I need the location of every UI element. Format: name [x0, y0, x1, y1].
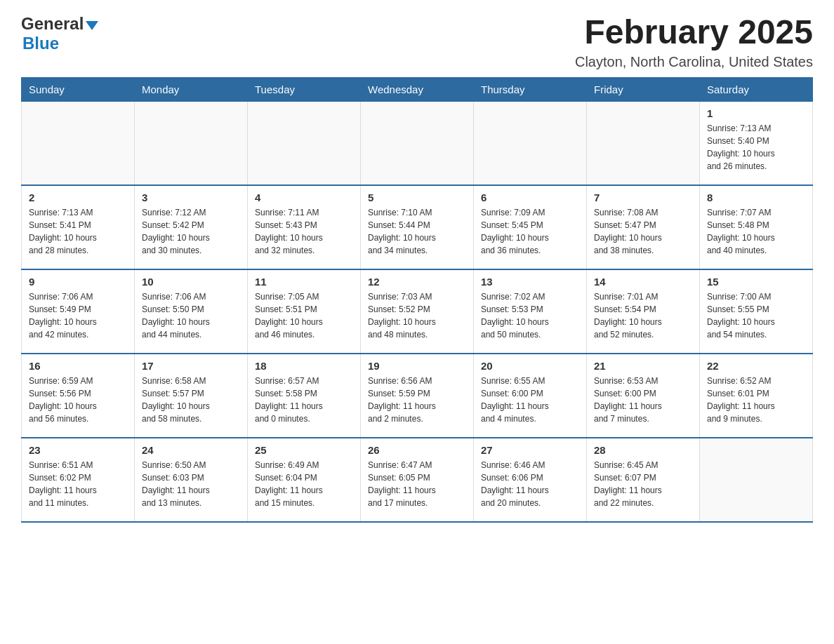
day-info-line: Sunrise: 6:52 AM [707, 376, 771, 386]
day-info-line: Daylight: 10 hours [368, 233, 436, 243]
day-info-line: Daylight: 10 hours [142, 317, 210, 327]
day-info-line: Sunset: 5:43 PM [255, 220, 317, 230]
day-info-line: Daylight: 10 hours [142, 401, 210, 411]
day-info-line: and 42 minutes. [29, 330, 88, 340]
day-info-line: and 48 minutes. [368, 330, 428, 340]
day-info-line: Sunset: 5:40 PM [707, 136, 769, 146]
day-info-line: Daylight: 11 hours [142, 485, 210, 495]
day-info-line: Sunset: 6:00 PM [481, 389, 543, 398]
calendar-cell: 5Sunrise: 7:10 AMSunset: 5:44 PMDaylight… [361, 185, 474, 269]
logo: General Blue [21, 14, 98, 53]
day-number: 22 [707, 360, 805, 372]
calendar-cell [248, 101, 361, 185]
day-info-line: Sunset: 6:07 PM [594, 473, 656, 483]
calendar-cell: 18Sunrise: 6:57 AMSunset: 5:58 PMDayligh… [248, 354, 361, 438]
day-info-line: Sunrise: 6:55 AM [481, 376, 545, 386]
weekday-header-monday: Monday [135, 77, 248, 101]
day-info-line: Daylight: 10 hours [481, 317, 549, 327]
day-info-line: Daylight: 10 hours [29, 233, 97, 243]
day-info-line: Sunset: 5:41 PM [29, 220, 91, 230]
day-info-line: Sunrise: 7:03 AM [368, 292, 432, 302]
day-info-line: Sunrise: 7:07 AM [707, 208, 771, 217]
day-info-line: and 26 minutes. [707, 161, 767, 171]
day-info-line: and 32 minutes. [255, 246, 315, 255]
calendar-cell [474, 101, 587, 185]
day-info-line: Daylight: 10 hours [707, 317, 775, 327]
day-info-line: Daylight: 11 hours [594, 401, 662, 411]
day-info-line: and 50 minutes. [481, 330, 541, 340]
weekday-header-friday: Friday [587, 77, 700, 101]
logo-triangle-icon [86, 21, 98, 30]
day-info-line: Sunset: 5:44 PM [368, 220, 430, 230]
calendar-cell: 9Sunrise: 7:06 AMSunset: 5:49 PMDaylight… [22, 269, 135, 354]
calendar-cell: 1Sunrise: 7:13 AMSunset: 5:40 PMDaylight… [700, 101, 813, 185]
calendar-cell: 19Sunrise: 6:56 AMSunset: 5:59 PMDayligh… [361, 354, 474, 438]
day-number: 23 [29, 444, 127, 456]
day-info-line: Daylight: 10 hours [29, 317, 97, 327]
day-info-line: and 34 minutes. [368, 246, 428, 255]
day-info-line: Sunset: 5:52 PM [368, 304, 430, 314]
day-number: 11 [255, 276, 353, 288]
calendar-week-row: 16Sunrise: 6:59 AMSunset: 5:56 PMDayligh… [22, 354, 813, 438]
day-number: 20 [481, 360, 579, 372]
weekday-header-wednesday: Wednesday [361, 77, 474, 101]
logo-blue-text: Blue [22, 34, 59, 53]
calendar-cell: 23Sunrise: 6:51 AMSunset: 6:02 PMDayligh… [22, 438, 135, 522]
calendar-cell: 14Sunrise: 7:01 AMSunset: 5:54 PMDayligh… [587, 269, 700, 354]
calendar-cell: 3Sunrise: 7:12 AMSunset: 5:42 PMDaylight… [135, 185, 248, 269]
day-info-line: and 30 minutes. [142, 246, 201, 255]
day-info: Sunrise: 6:49 AMSunset: 6:04 PMDaylight:… [255, 459, 353, 509]
day-info-line: Sunrise: 7:01 AM [594, 292, 658, 302]
day-info-line: Sunset: 5:47 PM [594, 220, 656, 230]
day-info-line: and 56 minutes. [29, 414, 88, 424]
day-info: Sunrise: 7:12 AMSunset: 5:42 PMDaylight:… [142, 206, 240, 257]
day-info-line: Sunset: 5:57 PM [142, 389, 204, 398]
day-info-line: Sunset: 6:06 PM [481, 473, 543, 483]
day-info-line: Daylight: 11 hours [29, 485, 97, 495]
calendar-cell: 28Sunrise: 6:45 AMSunset: 6:07 PMDayligh… [587, 438, 700, 522]
calendar-cell: 17Sunrise: 6:58 AMSunset: 5:57 PMDayligh… [135, 354, 248, 438]
day-number: 16 [29, 360, 127, 372]
day-info-line: Daylight: 10 hours [594, 317, 662, 327]
day-number: 24 [142, 444, 240, 456]
day-info-line: and 36 minutes. [481, 246, 541, 255]
day-info-line: Sunrise: 7:13 AM [29, 208, 93, 217]
calendar-cell: 13Sunrise: 7:02 AMSunset: 5:53 PMDayligh… [474, 269, 587, 354]
day-info-line: Sunset: 5:51 PM [255, 304, 317, 314]
day-info: Sunrise: 7:08 AMSunset: 5:47 PMDaylight:… [594, 206, 692, 257]
day-info: Sunrise: 6:45 AMSunset: 6:07 PMDaylight:… [594, 459, 692, 509]
calendar-week-row: 23Sunrise: 6:51 AMSunset: 6:02 PMDayligh… [22, 438, 813, 522]
day-info: Sunrise: 7:05 AMSunset: 5:51 PMDaylight:… [255, 290, 353, 341]
day-info-line: Sunset: 5:55 PM [707, 304, 769, 314]
day-info-line: Sunrise: 6:45 AM [594, 460, 658, 470]
day-info-line: Sunrise: 6:53 AM [594, 376, 658, 386]
day-info-line: and 11 minutes. [29, 498, 88, 508]
calendar-cell: 26Sunrise: 6:47 AMSunset: 6:05 PMDayligh… [361, 438, 474, 522]
calendar-cell: 7Sunrise: 7:08 AMSunset: 5:47 PMDaylight… [587, 185, 700, 269]
calendar-cell: 11Sunrise: 7:05 AMSunset: 5:51 PMDayligh… [248, 269, 361, 354]
day-number: 14 [594, 276, 692, 288]
day-info-line: and 54 minutes. [707, 330, 767, 340]
day-info-line: Sunrise: 7:12 AM [142, 208, 206, 217]
month-title: February 2025 [575, 14, 813, 51]
day-info-line: Sunset: 6:00 PM [594, 389, 656, 398]
day-number: 25 [255, 444, 353, 456]
day-info-line: Daylight: 10 hours [255, 233, 323, 243]
day-info-line: Daylight: 10 hours [368, 317, 436, 327]
day-number: 13 [481, 276, 579, 288]
day-info-line: Sunrise: 7:06 AM [142, 292, 206, 302]
day-number: 15 [707, 276, 805, 288]
day-info-line: Daylight: 10 hours [29, 401, 97, 411]
day-info: Sunrise: 7:09 AMSunset: 5:45 PMDaylight:… [481, 206, 579, 257]
day-info: Sunrise: 6:53 AMSunset: 6:00 PMDaylight:… [594, 375, 692, 425]
day-info-line: and 22 minutes. [594, 498, 654, 508]
day-number: 21 [594, 360, 692, 372]
day-info: Sunrise: 6:55 AMSunset: 6:00 PMDaylight:… [481, 375, 579, 425]
day-info: Sunrise: 6:56 AMSunset: 5:59 PMDaylight:… [368, 375, 466, 425]
day-info-line: Daylight: 10 hours [707, 149, 775, 159]
calendar-cell: 20Sunrise: 6:55 AMSunset: 6:00 PMDayligh… [474, 354, 587, 438]
day-number: 1 [707, 107, 805, 119]
day-info-line: Sunset: 5:49 PM [29, 304, 91, 314]
day-number: 28 [594, 444, 692, 456]
day-info: Sunrise: 7:06 AMSunset: 5:50 PMDaylight:… [142, 290, 240, 341]
